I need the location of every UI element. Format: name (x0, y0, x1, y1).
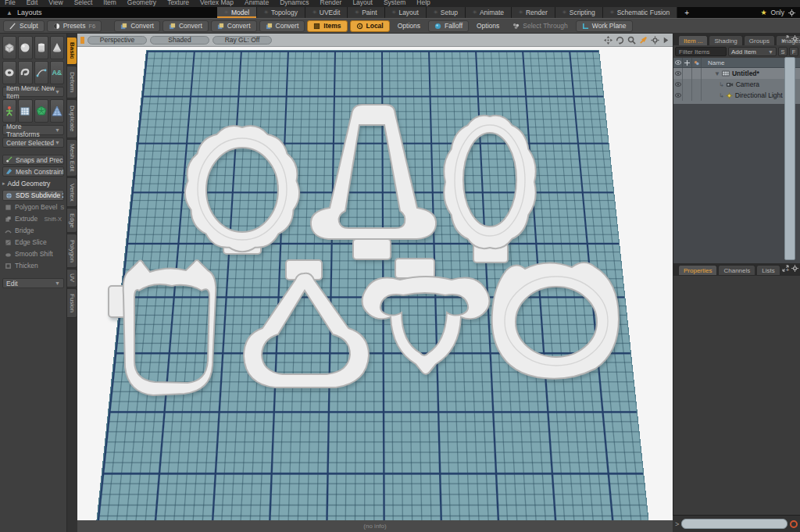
filter-button[interactable]: F (789, 47, 798, 56)
pan-icon[interactable] (604, 36, 612, 45)
convert-button-3[interactable]: Convert (211, 20, 257, 32)
tab-lists[interactable]: Lists (756, 265, 780, 275)
menu-texture[interactable]: Texture (167, 0, 189, 6)
options-button-1[interactable]: Options (392, 20, 426, 32)
vtab-polygon[interactable]: Polygon (67, 234, 77, 268)
menu-system[interactable]: System (384, 0, 405, 6)
work-plane-button[interactable]: Work Plane (576, 20, 633, 32)
edit-dropdown[interactable]: Edit▼ (2, 278, 64, 288)
viewport-bookmark-icon[interactable] (639, 36, 648, 45)
viewport-options-gear-icon[interactable] (651, 36, 659, 45)
mesh-constraints-button[interactable]: Mesh Constraints (2, 166, 64, 177)
falloff-button[interactable]: Falloff (428, 20, 469, 32)
command-input[interactable] (681, 519, 788, 529)
cookie-cutter-meshes[interactable] (77, 47, 673, 520)
zoom-icon[interactable] (627, 36, 636, 45)
layout-tab-render[interactable]: ✳Render (512, 7, 555, 18)
menu-item[interactable]: Item (103, 0, 116, 6)
layout-tab-schematic-fusion[interactable]: ✳Schematic Fusion (603, 7, 677, 18)
primitive-cylinder-button[interactable] (34, 36, 48, 59)
only-label[interactable]: Only (771, 9, 784, 16)
menu-select[interactable]: Select (74, 0, 93, 6)
panel-gear-icon[interactable] (791, 265, 798, 272)
tab-shading[interactable]: Shading (709, 35, 742, 45)
center-selected-dropdown[interactable]: Center Selected▼ (2, 137, 64, 148)
layout-tab-animate[interactable]: ✳Animate (466, 7, 512, 18)
presets-button[interactable]: PresetsF6 (47, 20, 102, 32)
item-menu-dropdown[interactable]: Item Menu: New Item▼ (2, 87, 64, 97)
viewport-shading-button[interactable]: Shaded (150, 36, 209, 45)
scene-button[interactable]: S (778, 47, 788, 56)
add-geometry-section[interactable]: ▸Add Geometry (2, 179, 64, 188)
menu-animate[interactable]: Animate (245, 0, 269, 6)
primitive-sphere-button[interactable] (18, 36, 32, 59)
gear-icon[interactable] (788, 9, 795, 16)
tool-smooth-shift[interactable]: Smooth Shift (2, 248, 64, 259)
menu-render[interactable]: Render (320, 0, 342, 6)
primitive-cone-button[interactable] (50, 36, 64, 59)
tab-channels[interactable]: Channels (718, 265, 755, 275)
primitive-cube-button[interactable] (2, 36, 16, 59)
convert-button-4[interactable]: Convert (259, 20, 305, 32)
layout-tab-scripting[interactable]: ✳Scripting (555, 7, 603, 18)
menu-view[interactable]: View (48, 0, 62, 6)
vtab-mesh-edit[interactable]: Mesh Edit (67, 139, 77, 177)
menu-geometry[interactable]: Geometry (127, 0, 156, 6)
favorites-star-icon[interactable]: ★ (760, 9, 766, 16)
filter-items-input[interactable] (675, 47, 727, 56)
menu-file[interactable]: File (5, 0, 16, 6)
viewport-3d-canvas[interactable] (77, 47, 673, 520)
local-action-center-button[interactable]: Local (350, 20, 390, 32)
tool-sds-subdivide[interactable]: SDS Subdivide 2X (2, 190, 64, 201)
select-through-button[interactable]: Select Through (507, 20, 573, 32)
layout-tab-paint[interactable]: ✳Paint (348, 7, 384, 18)
vtab-vertex[interactable]: Vertex (67, 177, 77, 207)
triangulate-button[interactable] (50, 99, 64, 123)
curve-tool-button[interactable] (34, 61, 48, 84)
menu-layout[interactable]: Layout (352, 0, 373, 6)
eye-icon[interactable] (675, 93, 681, 98)
menu-vertex-map[interactable]: Vertex Map (200, 0, 234, 6)
layout-tab-model[interactable]: ✳Model (217, 7, 257, 18)
menu-help[interactable]: Help (416, 0, 430, 6)
tab-properties[interactable]: Properties (678, 265, 717, 275)
viewport-menu-arrow-icon[interactable] (662, 36, 670, 45)
item-row-camera[interactable]: ↳ Camera (673, 79, 800, 90)
ground-plane-button[interactable] (18, 99, 32, 123)
options-button-2[interactable]: Options (471, 20, 505, 32)
add-layout-tab-button[interactable]: + (677, 7, 696, 18)
item-row-mesh[interactable]: ▼ Untitled* (673, 68, 800, 79)
tool-extrude[interactable]: ExtrudeShift-X (2, 213, 64, 224)
rotate-icon[interactable] (616, 36, 624, 45)
tool-edge-slice[interactable]: Edge Slice (2, 237, 64, 248)
vtab-fusion[interactable]: Fusion (67, 288, 77, 318)
panel-gear-icon[interactable] (791, 35, 798, 42)
tab-item-list[interactable]: Item ... (678, 35, 708, 45)
expand-panel-icon[interactable] (782, 265, 789, 272)
snaps-precision-button[interactable]: Snaps and Precision (2, 155, 64, 165)
layout-tab-uvedit[interactable]: ✳UVEdit (305, 7, 348, 18)
vtab-deform[interactable]: Deform (67, 66, 77, 98)
tool-thicken[interactable]: Thicken (2, 260, 64, 271)
layout-tab-topology[interactable]: ✳Topology (257, 7, 305, 18)
viewport-raygl-button[interactable]: Ray GL: Off (212, 36, 272, 45)
mesh-tool-button[interactable] (34, 99, 48, 123)
expand-triangle-icon[interactable]: ▼ (714, 70, 720, 77)
convert-button-1[interactable]: Convert (114, 20, 160, 32)
convert-button-2[interactable]: Convert (162, 20, 209, 32)
menu-dynamics[interactable]: Dynamics (280, 0, 309, 6)
tool-polygon-bevel[interactable]: Polygon BevelShift-B (2, 202, 64, 212)
skeleton-tool-button[interactable] (2, 99, 16, 123)
layout-tab-setup[interactable]: ✳Setup (427, 7, 466, 18)
items-mode-button[interactable]: Items (307, 20, 347, 32)
menu-edit[interactable]: Edit (27, 0, 38, 6)
tab-groups[interactable]: Groups (744, 35, 775, 45)
text-tool-button[interactable]: A& (50, 61, 64, 84)
vtab-duplicate[interactable]: Duplicate (67, 99, 77, 138)
record-indicator-icon[interactable] (790, 520, 798, 528)
more-transforms-dropdown[interactable]: More Transforms▼ (2, 125, 64, 135)
vtab-edge[interactable]: Edge (67, 208, 77, 233)
sculpt-button[interactable]: Sculpt (3, 20, 45, 32)
add-item-dropdown[interactable]: Add Item▼ (728, 47, 777, 56)
vtab-uv[interactable]: UV (67, 269, 77, 287)
